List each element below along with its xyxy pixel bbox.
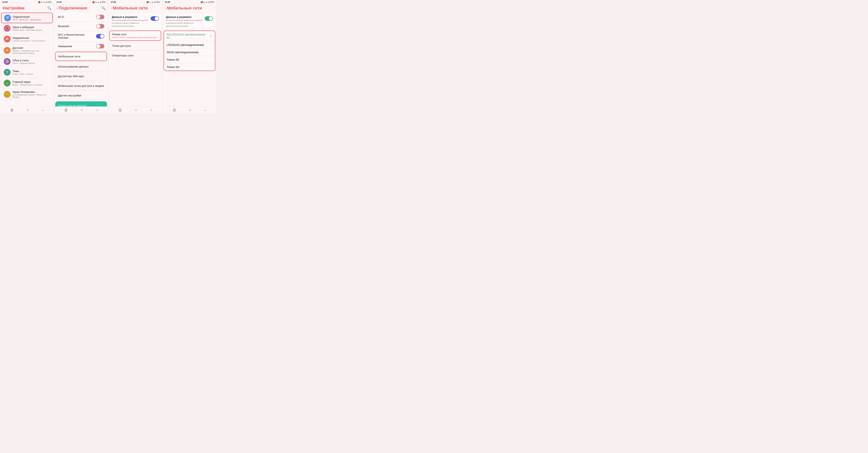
settings-item-sounds[interactable]: 🔊 Звуки и вибрация Режим звука · Мелодия… [1, 23, 53, 33]
nav-menu-btn-2[interactable]: ||| [65, 108, 67, 112]
airplane-toggle-item[interactable]: Авиарежим [55, 42, 107, 51]
roaming-title-4: Данные в роуминге [166, 16, 203, 19]
divider [3, 56, 51, 56]
nav-back-btn-3[interactable]: ‹ [151, 108, 152, 112]
dropdown-option-only3g[interactable]: Только 3G [164, 56, 215, 63]
network-operators-label: Операторы сети [112, 54, 158, 57]
themes-icon: T [4, 69, 10, 76]
bluetooth-label: Bluetooth [58, 25, 94, 28]
nfc-label: NFC и бесконтактные платежи [58, 33, 94, 39]
lockscreen-icon: 🔒 [4, 91, 10, 98]
access-points-item[interactable]: Точки доступа [110, 41, 161, 50]
connections-icon [4, 14, 11, 21]
nav-menu-btn-3[interactable]: ||| [119, 108, 122, 112]
display-title: Дисплей [12, 47, 50, 50]
hotspot-label: Мобильная точка доступа и модем [58, 84, 104, 87]
bluetooth-toggle[interactable] [96, 24, 104, 29]
dropdown-option-only2g[interactable]: Только 2G [164, 63, 215, 70]
dropdown-option-3g2g[interactable]: 3G/2G (автоподключение) [164, 49, 215, 56]
network-mode-value: 5G/LTE/3G/2G (автоматическое подключение… [112, 36, 158, 38]
check-icon: ✓ [210, 34, 212, 38]
bluetooth-toggle-item[interactable]: Bluetooth [55, 22, 107, 30]
divider [57, 62, 105, 62]
lockscreen-title: Экран блокировки [12, 90, 50, 93]
other-settings-item[interactable]: Другие настройки [55, 91, 107, 100]
suggestion-box[interactable]: Ищете что-то другое? Samsung Cloud [55, 101, 107, 107]
dropdown-option-only3g-label: Только 3G [166, 58, 179, 61]
dropdown-option-lte[interactable]: LTE/3G/2G (автоподключение) [164, 41, 215, 49]
home-subtitle: Макет · Индикаторы на значках [12, 84, 50, 86]
status-icons-2: 🔕 ◎ ▲ ull 95% [92, 1, 106, 3]
back-arrow[interactable]: ‹ [57, 6, 58, 10]
notifications-subtitle: Строка состояния · Не беспокоить [12, 40, 50, 42]
nav-back-btn-2[interactable]: ‹ [96, 108, 98, 112]
settings-item-notifications[interactable]: 🔔 Уведомления Строка состояния · Не бесп… [1, 34, 53, 44]
network-operators-item[interactable]: Операторы сети [110, 51, 161, 60]
nfc-toggle[interactable] [96, 34, 104, 38]
settings-item-lockscreen[interactable]: 🔒 Экран блокировки Тип блокировки экрана… [1, 89, 53, 100]
wallpaper-title: Обои и стиль [12, 59, 50, 62]
data-usage-item[interactable]: Использование данных [55, 62, 107, 71]
home-title: Главный экран [12, 81, 50, 84]
suggestion-question: Ищете что-то другое? [58, 104, 104, 107]
back-arrow-4[interactable]: ‹ [165, 6, 166, 10]
nav-home-btn-2[interactable]: ○ [81, 108, 83, 112]
wifi-toggle-item[interactable]: Wi-Fi [55, 13, 107, 21]
settings-item-connections[interactable]: Подключения Wi-Fi · Bluetooth · Авиарежи… [1, 13, 53, 23]
nav-home-btn[interactable]: ○ [27, 108, 29, 112]
header-mobile-networks: ‹ Мобильные сети [108, 4, 162, 12]
divider [3, 88, 51, 89]
roaming-card-4: Данные в роуминге За использование мобил… [164, 13, 215, 29]
notifications-title: Уведомления [12, 36, 50, 39]
page-title-network-dropdown: Мобильные сети [167, 6, 202, 10]
nfc-toggle-item[interactable]: NFC и бесконтактные платежи [55, 31, 107, 41]
time-2: 10:08 [56, 1, 62, 3]
settings-item-display[interactable]: ☀ Дисплей Яркость · Комфорт для глаз · Н… [1, 45, 53, 56]
network-mode-dropdown-card[interactable]: 5G/LTE/3G/2G (автоматическое по... ✓ LTE… [164, 31, 215, 71]
mobile-networks-item[interactable]: Мобильные сети [55, 52, 107, 61]
other-settings-label: Другие настройки [58, 94, 104, 97]
themes-title: Темы [12, 70, 50, 73]
sounds-subtitle: Режим звука · Мелодия звонка [12, 29, 50, 31]
status-bar-3: 10:08 🔕 ◎ ▲ ull 95% [108, 0, 162, 4]
hotspot-item[interactable]: Мобильная точка доступа и модем [55, 82, 107, 90]
nav-menu-btn[interactable]: ||| [10, 108, 13, 112]
time-3: 10:08 [111, 1, 116, 3]
network-mode-card[interactable]: Режим сети 5G/LTE/3G/2G (автоматическое … [110, 31, 161, 41]
settings-item-wallpaper[interactable]: 🎨 Обои и стиль Обои · Палитра цветов [1, 57, 53, 66]
sounds-icon: 🔊 [4, 25, 10, 32]
nav-back-btn[interactable]: ‹ [42, 108, 43, 112]
roaming-toggle[interactable] [151, 16, 159, 21]
settings-item-home[interactable]: ⌂ Главный экран Макет · Индикаторы на зн… [1, 78, 53, 88]
nav-menu-btn-4[interactable]: ||| [173, 108, 176, 112]
status-icons-4: 🔕 ◎ ▲ ull 95% [200, 1, 214, 3]
nav-home-btn-4[interactable]: ○ [189, 108, 191, 112]
dropdown-option-5g[interactable]: 5G/LTE/3G/2G (автоматическое по... ✓ [164, 31, 215, 41]
wifi-toggle[interactable] [96, 15, 104, 19]
search-icon-2[interactable]: 🔍 [101, 6, 105, 10]
time-1: 10:08 [2, 1, 7, 3]
bottom-nav-1: ||| ○ ‹ [0, 107, 54, 113]
connections-subtitle: Wi-Fi · Bluetooth · Авиарежим [13, 19, 50, 21]
status-bar-2: 10:08 🔕 ◎ ▲ ull 95% [54, 0, 108, 4]
sim-manager-item[interactable]: Диспетчер SIM-карт [55, 72, 107, 81]
home-icon: ⌂ [4, 80, 10, 86]
display-subtitle: Яркость · Комфорт для глаз · Навигационн… [12, 50, 50, 54]
roaming-title: Данные в роуминге [112, 16, 149, 19]
time-4: 10:08 [165, 1, 170, 3]
search-icon[interactable]: 🔍 [47, 6, 51, 10]
mobile-networks-list: Данные в роуминге За использование мобил… [108, 12, 162, 107]
connections-title: Подключения [13, 15, 50, 18]
divider [57, 31, 105, 31]
wallpaper-icon: 🎨 [4, 58, 10, 65]
display-icon: ☀ [4, 47, 10, 54]
panel-connections: 10:08 🔕 ◎ ▲ ull 95% ‹ Подключения 🔍 Wi-F… [54, 0, 108, 113]
nav-home-btn-3[interactable]: ○ [135, 108, 137, 112]
airplane-toggle[interactable] [96, 44, 104, 49]
dropdown-option-3g2g-label: 3G/2G (автоподключение) [166, 51, 199, 54]
dropdown-option-5g-label: 5G/LTE/3G/2G (автоматическое по... [166, 33, 210, 39]
settings-item-themes[interactable]: T Темы Темы · Обои · Значки [1, 67, 53, 77]
roaming-toggle-4[interactable] [205, 16, 213, 21]
nav-back-btn-4[interactable]: ‹ [205, 108, 206, 112]
back-arrow-3[interactable]: ‹ [111, 6, 112, 10]
